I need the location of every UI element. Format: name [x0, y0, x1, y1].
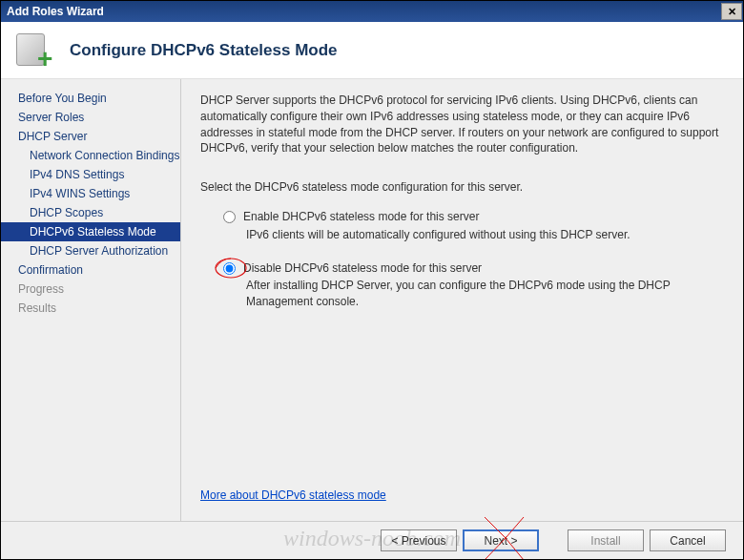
nav-step[interactable]: DHCPv6 Stateless Mode [1, 222, 180, 241]
nav-step[interactable]: IPv4 WINS Settings [1, 184, 180, 203]
nav-step[interactable]: Network Connection Bindings [1, 146, 180, 165]
nav-step: Results [1, 299, 180, 318]
server-role-icon: + [14, 31, 56, 70]
nav-step[interactable]: DHCP Server [1, 127, 180, 146]
enable-stateless-hint: IPv6 clients will be automatically confi… [246, 227, 720, 243]
nav-step[interactable]: Confirmation [1, 260, 180, 280]
description-text: DHCP Server supports the DHCPv6 protocol… [200, 93, 720, 156]
cancel-button[interactable]: Cancel [650, 529, 726, 551]
nav-step[interactable]: DHCP Server Authorization [1, 241, 180, 260]
page-title: Configure DHCPv6 Stateless Mode [70, 41, 338, 60]
wizard-content: DHCP Server supports the DHCPv6 protocol… [181, 79, 743, 521]
window-title: Add Roles Wizard [7, 5, 104, 18]
nav-step[interactable]: DHCP Scopes [1, 203, 180, 222]
nav-step: Progress [1, 280, 180, 299]
nav-step[interactable]: Before You Begin [1, 89, 180, 108]
enable-stateless-label: Enable DHCPv6 stateless mode for this se… [243, 209, 479, 225]
install-button: Install [568, 529, 644, 551]
close-icon: ✕ [728, 6, 736, 18]
nav-step[interactable]: Server Roles [1, 108, 180, 127]
enable-stateless-radio[interactable] [223, 211, 236, 223]
disable-stateless-radio[interactable] [223, 262, 236, 275]
titlebar: Add Roles Wizard ✕ [1, 1, 743, 22]
learn-more-link[interactable]: More about DHCPv6 stateless mode [200, 487, 386, 504]
wizard-steps-nav: Before You BeginServer RolesDHCP ServerN… [1, 79, 181, 521]
close-button[interactable]: ✕ [721, 3, 742, 20]
nav-step[interactable]: IPv4 DNS Settings [1, 165, 180, 184]
enable-stateless-option[interactable]: Enable DHCPv6 stateless mode for this se… [223, 209, 720, 225]
prompt-text: Select the DHCPv6 stateless mode configu… [200, 179, 720, 196]
disable-stateless-hint: After installing DHCP Server, you can co… [246, 278, 720, 310]
wizard-main: Before You BeginServer RolesDHCP ServerN… [1, 79, 743, 521]
wizard-footer: < Previous Next > Install Cancel [1, 521, 743, 559]
disable-stateless-option[interactable]: Disable DHCPv6 stateless mode for this s… [223, 260, 720, 277]
next-button[interactable]: Next > [463, 529, 539, 551]
previous-button[interactable]: < Previous [381, 529, 457, 551]
wizard-header: + Configure DHCPv6 Stateless Mode [1, 22, 743, 79]
disable-stateless-label: Disable DHCPv6 stateless mode for this s… [243, 260, 482, 277]
